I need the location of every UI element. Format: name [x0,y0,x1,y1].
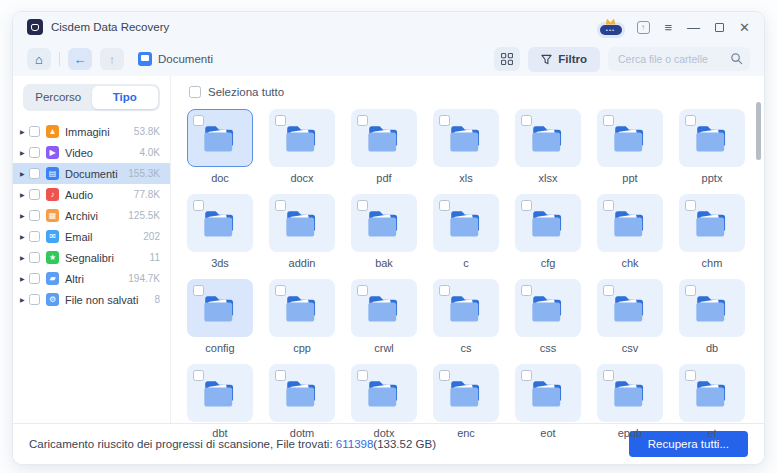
expand-caret-icon[interactable]: ▶ [20,212,29,219]
close-button[interactable]: ✕ [739,21,750,34]
folder-checkbox[interactable] [357,115,368,126]
expand-caret-icon[interactable]: ▶ [20,170,29,177]
folder-checkbox[interactable] [357,285,368,296]
folder-checkbox[interactable] [521,370,532,381]
folder-checkbox[interactable] [357,370,368,381]
sidebar-item-audio[interactable]: ▶♪Audio77.8K [13,184,170,205]
upgrade-icon[interactable]: ↑ [637,21,650,34]
sidebar-item-file-non-salvati[interactable]: ▶⚙File non salvati8 [13,289,170,310]
sidebar-item-altri[interactable]: ▶▰Altri194.7K [13,268,170,289]
folder-checkbox[interactable] [275,370,286,381]
minimize-button[interactable]: — [687,21,700,34]
sidebar-item-immagini[interactable]: ▶▲Immagini53.8K [13,121,170,142]
sidebar-item-archivi[interactable]: ▶▦Archivi125.5K [13,205,170,226]
folder-tile-dbt[interactable] [187,364,253,422]
folder-checkbox[interactable] [193,200,204,211]
folder-checkbox[interactable] [439,115,450,126]
scrollbar-thumb[interactable] [756,102,761,160]
folder-checkbox[interactable] [603,370,614,381]
folder-checkbox[interactable] [521,285,532,296]
folder-checkbox[interactable] [685,285,696,296]
home-button[interactable]: ⌂ [27,48,51,70]
category-checkbox[interactable] [29,210,40,221]
grid-view-button[interactable] [494,47,520,71]
folder-tile-cfg[interactable] [515,194,581,252]
folder-checkbox[interactable] [685,115,696,126]
sidebar-item-documenti[interactable]: ▶▤Documenti155.3K [13,163,170,184]
folder-checkbox[interactable] [685,370,696,381]
tab-percorso[interactable]: Percorso [25,86,92,109]
category-checkbox[interactable] [29,231,40,242]
category-checkbox[interactable] [29,294,40,305]
category-checkbox[interactable] [29,147,40,158]
folder-tile-dotx[interactable] [351,364,417,422]
folder-checkbox[interactable] [193,115,204,126]
folder-tile-chk[interactable] [597,194,663,252]
folder-tile-epub[interactable] [597,364,663,422]
folder-checkbox[interactable] [521,115,532,126]
folder-tile-config[interactable] [187,279,253,337]
expand-caret-icon[interactable]: ▶ [20,191,29,198]
folder-tile-3ds[interactable] [187,194,253,252]
folder-checkbox[interactable] [193,285,204,296]
folder-tile-chm[interactable] [679,194,745,252]
folder-tile-crwl[interactable] [351,279,417,337]
folder-tile-dotm[interactable] [269,364,335,422]
search-input[interactable] [608,47,750,71]
folder-checkbox[interactable] [275,285,286,296]
folder-checkbox[interactable] [439,200,450,211]
folder-checkbox[interactable] [521,200,532,211]
expand-caret-icon[interactable]: ▶ [20,254,29,261]
folder-checkbox[interactable] [193,370,204,381]
folder-tile-et[interactable] [679,364,745,422]
folder-checkbox[interactable] [275,115,286,126]
category-checkbox[interactable] [29,189,40,200]
category-checkbox[interactable] [29,168,40,179]
expand-caret-icon[interactable]: ▶ [20,128,29,135]
folder-checkbox[interactable] [439,370,450,381]
folder-tile-pptx[interactable] [679,109,745,167]
category-checkbox[interactable] [29,126,40,137]
expand-caret-icon[interactable]: ▶ [20,296,29,303]
folder-tile-db[interactable] [679,279,745,337]
folder-tile-bak[interactable] [351,194,417,252]
folder-checkbox[interactable] [603,115,614,126]
category-checkbox[interactable] [29,273,40,284]
folder-checkbox[interactable] [603,200,614,211]
folder-checkbox[interactable] [439,285,450,296]
folder-tile-csv[interactable] [597,279,663,337]
sidebar-item-email[interactable]: ▶✉Email202 [13,226,170,247]
maximize-button[interactable] [715,23,724,32]
folder-tile-ppt[interactable] [597,109,663,167]
sidebar-item-video[interactable]: ▶▶Video4.0K [13,142,170,163]
back-button[interactable]: ← [68,48,92,70]
vip-upgrade-icon[interactable]: ••• [600,20,622,35]
select-all-checkbox[interactable] [189,86,201,98]
folder-tile-pdf[interactable] [351,109,417,167]
up-button[interactable]: ↑ [100,48,124,70]
tab-tipo[interactable]: Tipo [92,86,159,109]
filter-button[interactable]: Filtro [528,47,600,72]
folder-tile-addin[interactable] [269,194,335,252]
folder-checkbox[interactable] [603,285,614,296]
folder-tile-cpp[interactable] [269,279,335,337]
expand-caret-icon[interactable]: ▶ [20,275,29,282]
folder-tile-css[interactable] [515,279,581,337]
breadcrumb[interactable]: Documenti [138,52,213,66]
category-checkbox[interactable] [29,252,40,263]
folder-tile-doc[interactable] [187,109,253,167]
folder-tile-c[interactable] [433,194,499,252]
folder-checkbox[interactable] [357,200,368,211]
folder-tile-xlsx[interactable] [515,109,581,167]
folder-checkbox[interactable] [685,200,696,211]
folder-tile-xls[interactable] [433,109,499,167]
folder-tile-docx[interactable] [269,109,335,167]
folder-tile-cs[interactable] [433,279,499,337]
folder-tile-eot[interactable] [515,364,581,422]
folder-tile-enc[interactable] [433,364,499,422]
expand-caret-icon[interactable]: ▶ [20,149,29,156]
menu-icon[interactable]: ≡ [665,21,673,34]
folder-checkbox[interactable] [275,200,286,211]
sidebar-item-segnalibri[interactable]: ▶★Segnalibri11 [13,247,170,268]
expand-caret-icon[interactable]: ▶ [20,233,29,240]
